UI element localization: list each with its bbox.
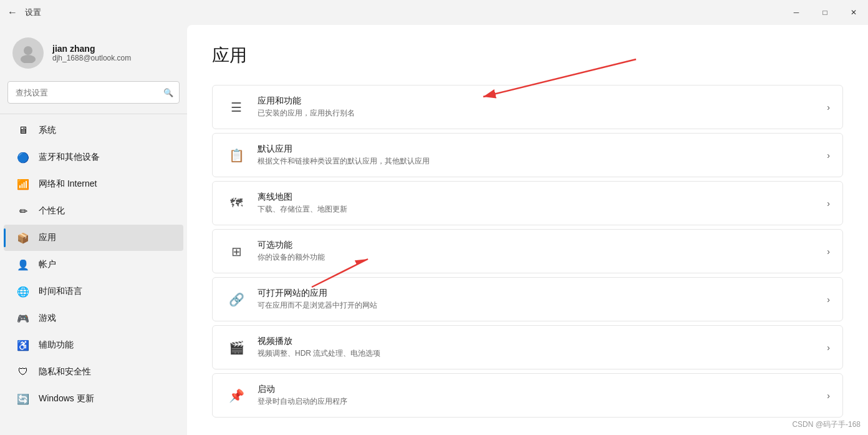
settings-item-default-apps[interactable]: 📋默认应用根据文件和链接种类设置的默认应用，其他默认应用› (212, 133, 843, 177)
sidebar-divider (0, 114, 187, 114)
optional-features-desc: 你的设备的额外功能 (258, 252, 817, 263)
user-name: jian zhang (52, 44, 177, 54)
apps-features-arrow-icon: › (827, 102, 830, 112)
sidebar-item-label-windows-update: Windows 更新 (39, 393, 94, 404)
offline-maps-desc: 下载、存储位置、地图更新 (258, 204, 817, 215)
back-button[interactable]: ← (7, 7, 17, 18)
settings-item-apps-features[interactable]: ☰应用和功能已安装的应用，应用执行别名› (212, 85, 843, 129)
user-profile[interactable]: jian zhang djh_1688@outlook.com (0, 25, 187, 81)
sidebar-item-label-personalization: 个性化 (39, 205, 65, 217)
settings-item-optional-features[interactable]: ⊞可选功能你的设备的额外功能› (212, 229, 843, 273)
sidebar-item-label-system: 系统 (39, 125, 56, 136)
offline-maps-icon: 🗺 (225, 192, 248, 215)
optional-features-title: 可选功能 (258, 240, 817, 251)
gaming-icon: 🎮 (16, 311, 30, 325)
sidebar-item-apps[interactable]: 📦应用 (4, 225, 183, 251)
search-input[interactable] (7, 81, 180, 104)
privacy-icon: 🛡 (16, 365, 30, 379)
titlebar-controls: ─ □ ✕ (782, 0, 868, 25)
main-content: 应用 ☰应用和功能已安装的应用，应用执行别名›📋默认应用根据文件和链接种类设置的… (187, 25, 868, 435)
page-title: 应用 (212, 44, 843, 67)
video-playback-desc: 视频调整、HDR 流式处理、电池选项 (258, 348, 817, 359)
offline-maps-title: 离线地图 (258, 192, 817, 203)
search-box: 🔍 (7, 81, 180, 104)
minimize-button[interactable]: ─ (782, 0, 811, 25)
apps-features-desc: 已安装的应用，应用执行别名 (258, 108, 817, 119)
optional-features-arrow-icon: › (827, 247, 830, 257)
sidebar-item-label-bluetooth: 蓝牙和其他设备 (39, 152, 100, 163)
startup-title: 启动 (258, 384, 817, 395)
personalization-icon: ✏ (16, 204, 30, 218)
sidebar-item-label-time: 时间和语言 (39, 286, 82, 297)
apps-for-websites-icon: 🔗 (225, 288, 248, 311)
svg-point-0 (24, 46, 32, 55)
watermark: CSDN @码子手-168 (792, 419, 861, 430)
sidebar-item-label-privacy: 隐私和安全性 (39, 366, 91, 378)
user-email: djh_1688@outlook.com (52, 54, 177, 62)
apps-features-icon: ☰ (225, 96, 248, 119)
system-icon: 🖥 (16, 124, 30, 137)
sidebar-item-accounts[interactable]: 👤帐户 (4, 252, 183, 278)
nav-list: 🖥系统🔵蓝牙和其他设备📶网络和 Internet✏个性化📦应用👤帐户🌐时间和语言… (0, 117, 187, 413)
maximize-button[interactable]: □ (811, 0, 839, 25)
apps-for-websites-arrow-icon: › (827, 295, 830, 305)
app-container: jian zhang djh_1688@outlook.com 🔍 🖥系统🔵蓝牙… (0, 25, 868, 435)
sidebar-item-privacy[interactable]: 🛡隐私和安全性 (4, 359, 183, 385)
network-icon: 📶 (16, 177, 30, 191)
accounts-icon: 👤 (16, 258, 30, 271)
sidebar-item-accessibility[interactable]: ♿辅助功能 (4, 332, 183, 358)
sidebar-item-gaming[interactable]: 🎮游戏 (4, 305, 183, 331)
sidebar-item-label-accounts: 帐户 (39, 259, 56, 270)
avatar (12, 37, 44, 69)
apps-icon: 📦 (16, 231, 30, 245)
settings-item-video-playback[interactable]: 🎬视频播放视频调整、HDR 流式处理、电池选项› (212, 325, 843, 369)
apps-for-websites-desc: 可在应用而不是浏览器中打开的网站 (258, 300, 817, 311)
settings-item-offline-maps[interactable]: 🗺离线地图下载、存储位置、地图更新› (212, 181, 843, 225)
sidebar-item-label-network: 网络和 Internet (39, 178, 97, 190)
sidebar-item-network[interactable]: 📶网络和 Internet (4, 171, 183, 197)
apps-features-title: 应用和功能 (258, 95, 817, 107)
sidebar-item-time[interactable]: 🌐时间和语言 (4, 278, 183, 305)
sidebar: jian zhang djh_1688@outlook.com 🔍 🖥系统🔵蓝牙… (0, 25, 187, 435)
windows-update-icon: 🔄 (16, 392, 30, 406)
close-button[interactable]: ✕ (839, 0, 868, 25)
offline-maps-arrow-icon: › (827, 198, 830, 208)
default-apps-icon: 📋 (225, 144, 248, 167)
apps-for-websites-title: 可打开网站的应用 (258, 288, 817, 299)
svg-point-1 (21, 55, 36, 63)
titlebar: ← 设置 ─ □ ✕ (0, 0, 868, 25)
sidebar-item-label-accessibility: 辅助功能 (39, 340, 74, 351)
video-playback-arrow-icon: › (827, 343, 830, 353)
default-apps-title: 默认应用 (258, 144, 817, 155)
user-info: jian zhang djh_1688@outlook.com (52, 44, 177, 62)
default-apps-desc: 根据文件和链接种类设置的默认应用，其他默认应用 (258, 156, 817, 167)
sidebar-item-personalization[interactable]: ✏个性化 (4, 198, 183, 224)
sidebar-item-system[interactable]: 🖥系统 (4, 117, 183, 144)
startup-arrow-icon: › (827, 391, 830, 401)
startup-icon: 📌 (225, 384, 248, 407)
sidebar-item-label-apps: 应用 (39, 232, 56, 243)
titlebar-title: 设置 (25, 7, 41, 18)
settings-item-startup[interactable]: 📌启动登录时自动启动的应用程序› (212, 373, 843, 418)
accessibility-icon: ♿ (16, 338, 30, 352)
default-apps-arrow-icon: › (827, 150, 830, 160)
video-playback-icon: 🎬 (225, 336, 248, 359)
sidebar-item-bluetooth[interactable]: 🔵蓝牙和其他设备 (4, 144, 183, 170)
startup-desc: 登录时自动启动的应用程序 (258, 396, 817, 407)
sidebar-item-label-gaming: 游戏 (39, 313, 56, 324)
optional-features-icon: ⊞ (225, 240, 248, 263)
bluetooth-icon: 🔵 (16, 150, 30, 164)
sidebar-item-windows-update[interactable]: 🔄Windows 更新 (4, 386, 183, 412)
settings-list: ☰应用和功能已安装的应用，应用执行别名›📋默认应用根据文件和链接种类设置的默认应… (212, 85, 843, 421)
video-playback-title: 视频播放 (258, 336, 817, 347)
time-icon: 🌐 (16, 285, 30, 298)
titlebar-left: ← 设置 (7, 7, 41, 18)
settings-item-apps-for-websites[interactable]: 🔗可打开网站的应用可在应用而不是浏览器中打开的网站› (212, 277, 843, 321)
search-icon: 🔍 (163, 88, 173, 97)
